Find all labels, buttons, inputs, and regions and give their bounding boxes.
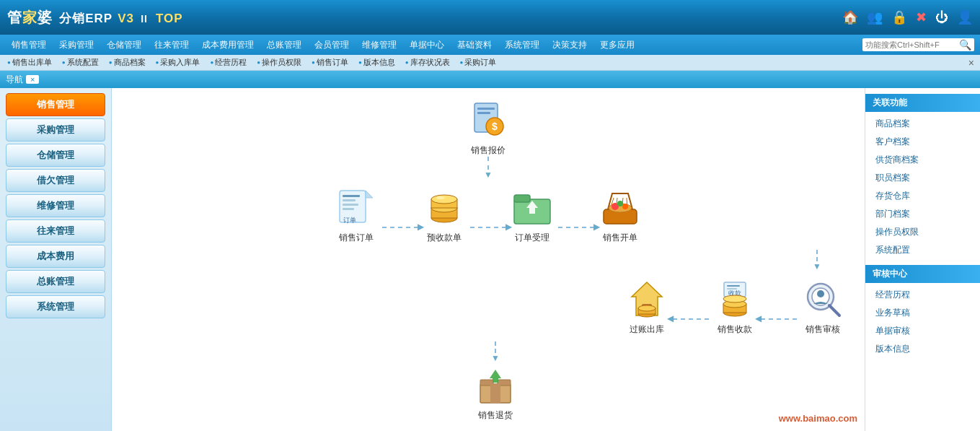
right-link-dept[interactable]: 部门档案 <box>865 205 980 223</box>
flow-node-baojia[interactable]: $ 销售报价 <box>465 98 511 157</box>
nav-docs[interactable]: 单据中心 <box>404 38 450 53</box>
right-link-draft[interactable]: 业务草稿 <box>865 304 980 322</box>
flow-node-dingdan[interactable]: 订单 销售订单 <box>333 186 379 244</box>
flow-node-tuihuo[interactable]: 销售退货 <box>472 363 518 422</box>
right-section-title-1: 关联功能 <box>865 94 980 112</box>
tab-version[interactable]: 版本信息 <box>354 56 399 69</box>
sidebar: 销售管理 采购管理 仓储管理 借欠管理 维修管理 往来管理 成本费用 总账管理 … <box>0 88 112 431</box>
tab-product[interactable]: 商品档案 <box>105 56 150 69</box>
svg-point-30 <box>638 305 655 311</box>
svg-point-38 <box>723 295 746 302</box>
nav-cost[interactable]: 成本费用管理 <box>196 38 260 53</box>
svg-point-42 <box>817 290 824 297</box>
svg-rect-6 <box>343 195 360 197</box>
svg-point-25 <box>617 201 623 206</box>
tab-close-all[interactable]: × <box>966 57 977 69</box>
svg-rect-2 <box>477 112 490 114</box>
svg-line-41 <box>829 305 839 315</box>
nav-ledger[interactable]: 总账管理 <box>261 38 307 53</box>
svg-point-16 <box>431 195 457 204</box>
tab-sys-config[interactable]: 系统配置 <box>58 56 103 69</box>
lock-icon[interactable]: 🔒 <box>891 9 907 25</box>
nav-system[interactable]: 系统管理 <box>499 38 545 53</box>
navbar: 销售管理 采购管理 仓储管理 往来管理 成本费用管理 总账管理 会员管理 维修管… <box>0 35 980 55</box>
sidebar-item-relations[interactable]: 往来管理 <box>6 219 105 243</box>
flow-row-1: $ 销售报价 <box>112 98 865 157</box>
tab-operator-perm[interactable]: 操作员权限 <box>252 56 306 69</box>
flow-connector-down3: ▼ <box>112 341 865 363</box>
flow-node-shenhe[interactable]: 销售审核 <box>800 277 846 336</box>
nav-sales[interactable]: 销售管理 <box>6 38 52 53</box>
flow-row-4: 销售退货 <box>112 363 865 422</box>
flow-node-kaidan[interactable]: 销售开单 <box>597 186 643 244</box>
app-logo: 管家婆 分销ERP V3 II TOP <box>7 8 183 27</box>
sidebar-item-purchase[interactable]: 采购管理 <box>6 118 105 142</box>
nav-title-tab-indicator: × <box>26 75 39 84</box>
tab-biz-history[interactable]: 经营历程 <box>206 56 251 69</box>
right-link-customer[interactable]: 客户档案 <box>865 133 980 151</box>
watermark: www.baimao.com <box>779 413 857 424</box>
right-link-warehouse[interactable]: 存货仓库 <box>865 187 980 205</box>
flow-arrow-3: ▶ <box>558 227 594 228</box>
nav-member[interactable]: 会员管理 <box>309 38 355 53</box>
close-icon[interactable]: ✖ <box>916 9 927 25</box>
flow-label-shouli: 订单受理 <box>515 232 549 244</box>
tab-sales-order[interactable]: 销售订单 <box>307 56 353 69</box>
logo-ii: II <box>141 13 148 25</box>
svg-rect-19 <box>514 195 530 202</box>
right-link-staff[interactable]: 职员档案 <box>865 169 980 187</box>
right-link-operator[interactable]: 操作员权限 <box>865 223 980 241</box>
flow-node-dingdan-wrap: 订单 销售订单 <box>333 186 379 244</box>
flow-node-yukuan[interactable]: 预收款单 <box>421 186 467 244</box>
main-layout: 销售管理 采购管理 仓储管理 借欠管理 维修管理 往来管理 成本费用 总账管理 … <box>0 88 980 431</box>
user-icon[interactable]: 👤 <box>957 9 973 25</box>
right-link-biz-history[interactable]: 经营历程 <box>865 286 980 304</box>
right-link-supplier[interactable]: 供货商档案 <box>865 151 980 169</box>
sidebar-item-system[interactable]: 系统管理 <box>6 295 105 318</box>
flow-label-yukuan: 预收款单 <box>427 232 462 244</box>
nav-purchase[interactable]: 采购管理 <box>53 38 100 53</box>
search-icon[interactable]: 🔍 <box>959 39 971 51</box>
power-icon[interactable]: ⏻ <box>935 10 948 25</box>
nav-base[interactable]: 基础资料 <box>451 38 498 53</box>
right-link-version[interactable]: 版本信息 <box>865 340 980 358</box>
right-section-2: 审核中心 经营历程 业务草稿 单据审核 版本信息 <box>865 265 980 358</box>
sidebar-item-ledger[interactable]: 总账管理 <box>6 270 105 293</box>
nav-warehouse[interactable]: 仓储管理 <box>101 38 147 53</box>
sidebar-item-warehouse[interactable]: 仓储管理 <box>6 144 105 167</box>
svg-text:订单: 订单 <box>343 217 356 224</box>
tab-stock-status[interactable]: 库存状况表 <box>401 56 454 69</box>
sidebar-item-repair[interactable]: 维修管理 <box>6 194 105 217</box>
svg-rect-7 <box>343 199 356 201</box>
tab-sales-out[interactable]: 销售出库单 <box>3 56 56 69</box>
nav-relations[interactable]: 往来管理 <box>149 38 195 53</box>
logo-version: V3 <box>118 12 134 25</box>
nav-more[interactable]: 更多应用 <box>594 38 640 53</box>
sidebar-item-sales[interactable]: 销售管理 <box>6 93 105 116</box>
header-icons: 🏠 👥 🔒 ✖ ⏻ 👤 <box>842 9 973 25</box>
nav-repair[interactable]: 维修管理 <box>356 38 402 53</box>
tab-purchase-order[interactable]: 采购订单 <box>456 56 501 69</box>
right-link-sysconfig[interactable]: 系统配置 <box>865 241 980 259</box>
nav-decision[interactable]: 决策支持 <box>547 38 593 53</box>
content-area: $ 销售报价 ▼ <box>112 88 865 431</box>
flow-label-guozhang: 过账出库 <box>630 323 664 336</box>
flow-node-guozhang[interactable]: 过账出库 <box>624 277 670 336</box>
home-icon[interactable]: 🏠 <box>842 9 858 25</box>
right-link-product[interactable]: 商品档案 <box>865 115 980 133</box>
flow-arrow-4: ◀ <box>673 318 709 320</box>
users-icon[interactable]: 👥 <box>867 9 883 25</box>
tabs-bar: 销售出库单 系统配置 商品档案 采购入库单 经营历程 操作员权限 销售订单 版本… <box>0 55 980 71</box>
flow-node-shouli[interactable]: 订单受理 <box>509 186 555 244</box>
tab-purchase-in[interactable]: 采购入库单 <box>151 56 205 69</box>
svg-rect-8 <box>343 204 358 206</box>
flow-node-shoukuan[interactable]: 收款 销售收款 <box>712 277 758 336</box>
sidebar-item-debt[interactable]: 借欠管理 <box>6 169 105 192</box>
right-link-doc-review[interactable]: 单据审核 <box>865 322 980 340</box>
svg-marker-10 <box>366 191 373 198</box>
flow-arrow-1: ▶ <box>382 227 418 228</box>
search-input[interactable] <box>865 40 959 49</box>
sidebar-item-cost[interactable]: 成本费用 <box>6 245 105 268</box>
flow-label-shoukuan: 销售收款 <box>718 323 752 336</box>
flow-arrow-2: ▶ <box>470 227 506 228</box>
